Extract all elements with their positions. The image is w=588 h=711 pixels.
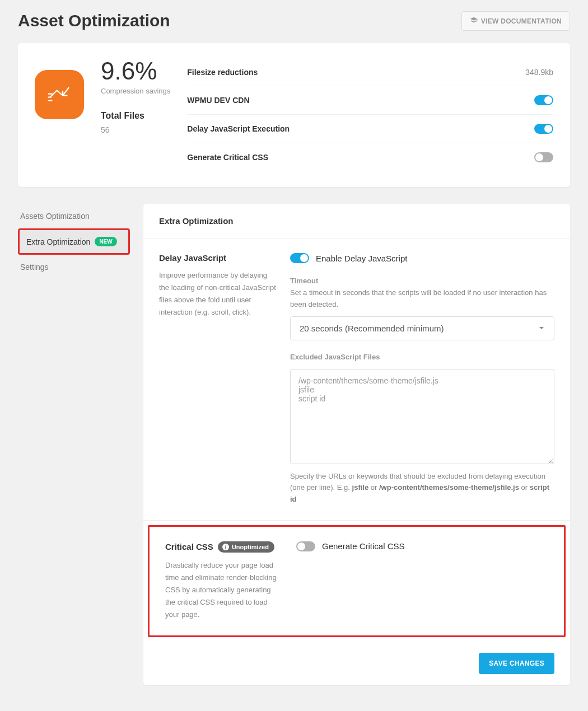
main-panel: Extra Optimization Delay JavaScript Impr… <box>143 204 570 685</box>
generate-critical-css-label: Generate Critical CSS <box>322 541 405 551</box>
stat-label: Filesize reductions <box>187 68 258 77</box>
chevron-down-icon <box>538 324 545 333</box>
page-title: Asset Optimization <box>18 11 170 30</box>
critical-css-toggle[interactable] <box>534 152 553 162</box>
enable-delay-js-label: Enable Delay JavaScript <box>316 254 407 263</box>
stat-value: 348.9kb <box>525 68 553 77</box>
sidebar-item-label: Settings <box>20 263 49 272</box>
cdn-toggle[interactable] <box>534 95 553 105</box>
critical-css-desc: Drastically reduce your page load time a… <box>165 559 283 621</box>
view-documentation-button[interactable]: VIEW DOCUMENTATION <box>461 11 570 31</box>
academic-cap-icon <box>470 16 478 26</box>
excluded-label: Excluded JavaScript Files <box>290 353 554 361</box>
excluded-help: Specify the URLs or keywords that should… <box>290 471 554 506</box>
section-critical-css: Critical CSS Unoptimized Drastically red… <box>148 525 566 637</box>
save-changes-button[interactable]: SAVE CHANGES <box>479 653 554 674</box>
panel-footer: SAVE CHANGES <box>143 642 570 685</box>
stat-row-filesize: Filesize reductions 348.9kb <box>187 59 553 86</box>
critical-css-title: Critical CSS <box>165 542 213 551</box>
sidebar-item-extra[interactable]: Extra Optimization NEW <box>18 228 130 255</box>
unoptimized-badge: Unoptimized <box>218 541 274 553</box>
doc-button-label: VIEW DOCUMENTATION <box>481 17 562 25</box>
stat-row-delay-js: Delay JavaScript Execution <box>187 115 553 143</box>
excluded-js-textarea[interactable] <box>290 369 554 464</box>
stat-row-cdn: WPMU DEV CDN <box>187 86 553 115</box>
enable-delay-js-toggle[interactable] <box>290 253 309 263</box>
generate-critical-css-toggle[interactable] <box>296 541 315 551</box>
total-files-value: 56 <box>101 125 170 134</box>
delay-js-toggle[interactable] <box>534 124 553 134</box>
summary-card: 9.6% Compression savings Total Files 56 … <box>18 43 570 187</box>
sidebar-item-label: Assets Optimization <box>20 212 90 221</box>
panel-header: Extra Optimization <box>143 204 570 238</box>
timeout-select[interactable]: 20 seconds (Recommended minimum) <box>290 316 554 340</box>
sidebar: Assets Optimization Extra Optimization N… <box>18 204 130 279</box>
total-files-label: Total Files <box>101 111 170 121</box>
stat-label: WPMU DEV CDN <box>187 96 249 105</box>
delay-js-desc: Improve performance by delaying the load… <box>159 269 277 319</box>
compression-label: Compression savings <box>101 87 170 95</box>
section-delay-js: Delay JavaScript Improve performance by … <box>143 238 570 521</box>
timeout-label: Timeout <box>290 277 554 285</box>
new-badge: NEW <box>95 237 116 246</box>
stat-label: Delay JavaScript Execution <box>187 124 290 133</box>
compression-percentage: 9.6% <box>101 59 170 83</box>
delay-js-title: Delay JavaScript <box>159 253 226 263</box>
timeout-help: Set a timeout in seconds that the script… <box>290 287 554 311</box>
stat-row-critical-css: Generate Critical CSS <box>187 143 553 171</box>
timeout-selected-value: 20 seconds (Recommended minimum) <box>300 324 444 333</box>
sidebar-item-settings[interactable]: Settings <box>18 255 130 279</box>
sidebar-item-assets[interactable]: Assets Optimization <box>18 204 130 228</box>
stat-label: Generate Critical CSS <box>187 153 268 162</box>
hummingbird-icon <box>35 70 84 119</box>
sidebar-item-label: Extra Optimization <box>26 237 90 246</box>
